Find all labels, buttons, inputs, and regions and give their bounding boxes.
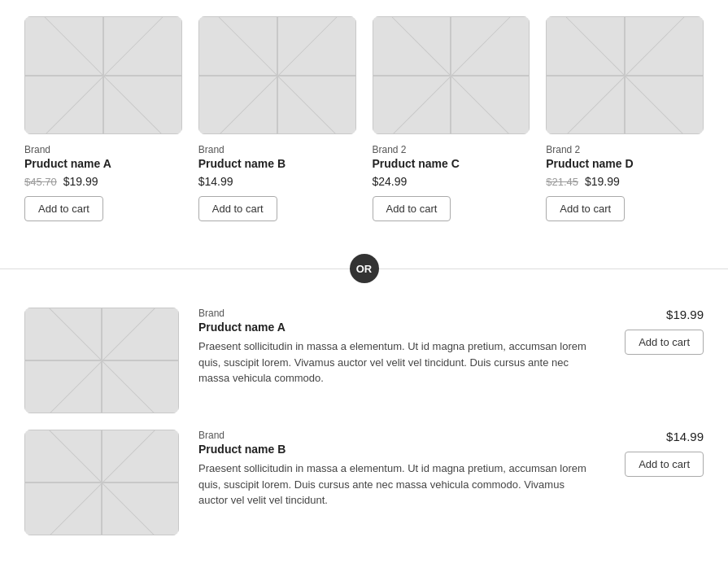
- list-description-la: Praesent sollicitudin in massa a element…: [198, 338, 586, 386]
- product-card-c: Brand 2Pruduct name C$24.99Add to cart: [373, 16, 530, 221]
- add-to-cart-button-c[interactable]: Add to cart: [373, 196, 451, 221]
- grid-section: BrandPruduct name A$45.70$19.99Add to ca…: [0, 0, 728, 246]
- product-name-c: Pruduct name C: [373, 157, 530, 170]
- product-brand-b: Brand: [198, 144, 356, 155]
- product-brand-a: Brand: [24, 144, 182, 155]
- price-current-c: $24.99: [373, 175, 408, 188]
- list-price-action-la: $19.99Add to cart: [606, 308, 704, 355]
- product-price-row-b: $14.99: [198, 175, 356, 188]
- product-price-row-a: $45.70$19.99: [24, 175, 182, 188]
- list-add-to-cart-button-la[interactable]: Add to cart: [625, 330, 704, 355]
- divider-line-right: [379, 269, 729, 269]
- list-price-la: $19.99: [666, 308, 704, 321]
- price-current-d: $19.99: [585, 175, 620, 188]
- add-to-cart-button-b[interactable]: Add to cart: [198, 196, 277, 221]
- list-content-la: BrandPruduct name APraesent sollicitudin…: [198, 308, 586, 386]
- product-image-c: [373, 16, 530, 134]
- price-original-d: $21.45: [546, 176, 578, 188]
- price-current-a: $19.99: [63, 175, 98, 188]
- list-section: BrandPruduct name APraesent sollicitudin…: [0, 291, 728, 572]
- product-image-d: [546, 16, 704, 134]
- product-image-b: [198, 16, 356, 134]
- product-card-d: Brand 2Pruduct name D$21.45$19.99Add to …: [546, 16, 704, 221]
- product-list: BrandPruduct name APraesent sollicitudin…: [24, 308, 704, 535]
- product-price-row-c: $24.99: [373, 175, 530, 188]
- list-price-action-lb: $14.99Add to cart: [606, 430, 704, 477]
- product-name-d: Pruduct name D: [546, 157, 704, 170]
- or-badge: OR: [350, 254, 379, 283]
- product-name-b: Pruduct name B: [198, 157, 356, 170]
- product-image-a: [24, 16, 182, 134]
- list-description-lb: Praesent sollicitudin in massa a element…: [198, 461, 586, 509]
- list-name-la: Pruduct name A: [198, 321, 586, 334]
- list-item-la: BrandPruduct name APraesent sollicitudin…: [24, 308, 704, 413]
- product-grid: BrandPruduct name A$45.70$19.99Add to ca…: [24, 16, 704, 221]
- list-image-lb: [24, 430, 179, 535]
- product-price-row-d: $21.45$19.99: [546, 175, 704, 188]
- list-image-la: [24, 308, 179, 413]
- divider-line-left: [0, 269, 350, 269]
- price-current-b: $14.99: [198, 175, 233, 188]
- product-card-a: BrandPruduct name A$45.70$19.99Add to ca…: [24, 16, 182, 221]
- list-add-to-cart-button-lb[interactable]: Add to cart: [625, 452, 704, 477]
- list-content-lb: BrandPruduct name BPraesent sollicitudin…: [198, 430, 586, 509]
- list-brand-la: Brand: [198, 308, 586, 319]
- list-name-lb: Pruduct name B: [198, 443, 586, 456]
- list-brand-lb: Brand: [198, 430, 586, 441]
- list-price-lb: $14.99: [666, 430, 704, 443]
- product-name-a: Pruduct name A: [24, 157, 182, 170]
- product-brand-c: Brand 2: [373, 144, 530, 155]
- or-divider: OR: [0, 254, 728, 283]
- price-original-a: $45.70: [24, 176, 57, 188]
- add-to-cart-button-a[interactable]: Add to cart: [24, 196, 103, 221]
- product-card-b: BrandPruduct name B$14.99Add to cart: [198, 16, 356, 221]
- add-to-cart-button-d[interactable]: Add to cart: [546, 196, 625, 221]
- product-brand-d: Brand 2: [546, 144, 704, 155]
- list-item-lb: BrandPruduct name BPraesent sollicitudin…: [24, 430, 704, 535]
